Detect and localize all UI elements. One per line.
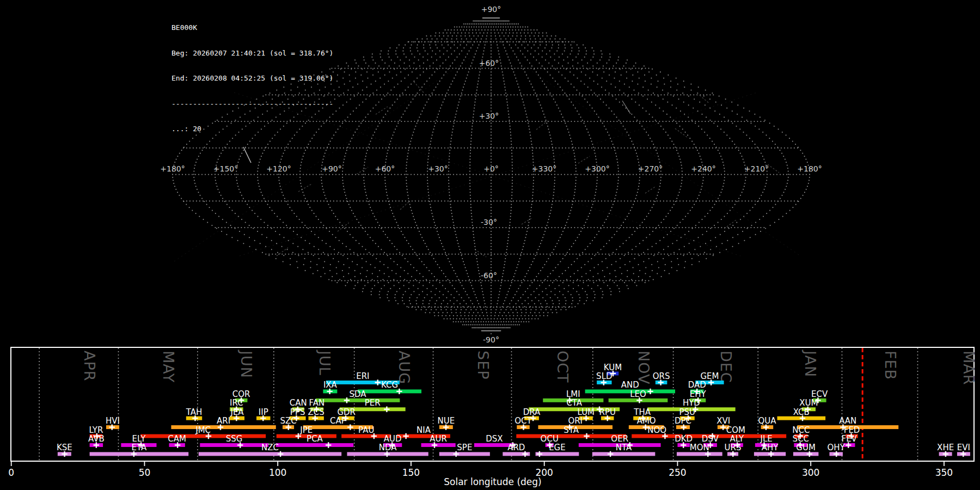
shower-code-label: PSU — [679, 407, 696, 417]
shower-code-label: COR — [232, 389, 250, 399]
x-axis: 050100150200250300350Solar longitude (de… — [8, 461, 953, 487]
month-label: AUG — [396, 351, 413, 384]
shower-XHE: XHE — [937, 443, 954, 457]
shower-code-label: GDR — [337, 407, 356, 417]
shower-code-label: HVI — [106, 416, 120, 426]
peak-cross — [326, 442, 331, 448]
axis-tick-label: 350 — [935, 467, 953, 478]
shower-EGE: EGE — [536, 443, 579, 457]
shower-code-label: THA — [633, 407, 651, 417]
shower-code-label: CTA — [566, 398, 582, 408]
shower-code-label: ECV — [811, 389, 828, 399]
shower-IIP: IIP — [256, 407, 270, 421]
shower-SZC: SZC — [280, 416, 296, 430]
shower-code-label: OER — [611, 434, 628, 444]
axis-tick-label: 0 — [8, 467, 14, 478]
activity-bar — [171, 425, 275, 429]
shower-EVI: EVI — [957, 443, 970, 457]
month-label: SEP — [475, 351, 492, 379]
activity-bar — [439, 452, 490, 456]
month-label: NOV — [635, 351, 652, 384]
shower-code-label: LYR — [89, 425, 103, 435]
activity-bar — [90, 452, 189, 456]
shower-code-label: ERI — [356, 371, 369, 381]
peak-cross — [375, 379, 381, 385]
shower-OCT: OCT — [514, 416, 532, 430]
activity-bar — [316, 399, 400, 402]
shower-code-label: NIA — [416, 425, 431, 435]
month-label: MAY — [160, 351, 177, 383]
peak-cross — [584, 433, 589, 439]
shower-code-label: XUM — [799, 398, 818, 408]
shower-code-label: IRC — [230, 398, 243, 408]
shower-code-label: AUR — [430, 434, 447, 444]
peak-cross — [608, 451, 613, 457]
axis-tick-label: 50 — [139, 467, 151, 478]
month-label: DEC — [718, 351, 734, 383]
shower-code-label: GEM — [700, 371, 719, 381]
shower-NUE: NUE — [437, 416, 455, 430]
activity-bar — [276, 443, 353, 447]
shower-ORS: ORS — [653, 371, 670, 385]
shower-TAH: TAH — [186, 407, 203, 421]
shower-IXA: IXA — [323, 380, 337, 394]
shower-code-label: NDA — [379, 443, 397, 452]
activity-bar — [199, 452, 341, 456]
shower-code-label: AHY — [762, 443, 779, 452]
shower-code-label: XCB — [793, 407, 810, 417]
shower-QUA: QUA — [758, 416, 776, 430]
shower-XCB: XCB — [777, 407, 826, 421]
shower-code-label: ARI — [217, 416, 230, 426]
shower-code-label: DRA — [523, 407, 541, 417]
shower-code-label: NOO — [647, 425, 666, 435]
month-label: MAR — [960, 351, 977, 385]
shower-CAM: CAM — [168, 434, 186, 448]
shower-code-label: JPE — [299, 425, 313, 435]
shower-KSE: KSE — [57, 443, 72, 457]
activity-bar — [140, 434, 266, 438]
shower-DPC: DPC — [675, 416, 691, 430]
shower-code-label: DSX — [486, 434, 503, 444]
axis-tick-label: 250 — [669, 467, 686, 478]
shower-code-label: ARD — [507, 443, 525, 452]
shower-ZCS: ZCS — [308, 407, 324, 421]
month-label: JAN — [802, 350, 819, 377]
activity-bar — [200, 443, 268, 447]
shower-HVI: HVI — [106, 416, 120, 430]
activity-bar — [358, 389, 421, 393]
shower-code-label: PAU — [358, 425, 374, 435]
peak-cross — [347, 424, 353, 430]
begin-time: Beg: 20260207 21:40:21 (sol = 318.76°) — [171, 49, 333, 58]
shower-code-label: DPC — [675, 416, 691, 426]
shower-OHY: OHY — [828, 443, 846, 457]
x-axis-title: Solar longitude (deg) — [444, 476, 542, 487]
shower-code-label: SCC — [793, 434, 809, 444]
activity-bar — [592, 452, 656, 456]
shower-code-label: ELY — [132, 434, 146, 444]
shower-code-label: NCC — [792, 425, 810, 435]
separator-line: -------------------------------------- — [171, 100, 333, 108]
shower-JEA: JEA — [230, 407, 244, 421]
peak-cross — [403, 433, 408, 439]
shower-code-label: HYD — [683, 398, 700, 408]
shower-code-label: LEO — [630, 389, 646, 399]
shower-GUM: GUM — [793, 443, 819, 457]
peak-cross — [647, 389, 653, 394]
shower-code-label: STA — [564, 425, 579, 435]
shower-code-label: MON — [690, 443, 709, 452]
shower-code-label: FAN — [309, 398, 325, 408]
shower-code-label: AAN — [839, 416, 856, 426]
shower-code-label: GUM — [796, 443, 816, 452]
shower-code-label: TAH — [186, 407, 203, 417]
meteor-count: ...: 20 — [171, 125, 333, 133]
shower-code-label: LMI — [566, 389, 580, 399]
shower-code-label: KCG — [381, 380, 398, 390]
station-code: BE000K — [171, 23, 333, 32]
shower-code-label: CAP — [330, 416, 346, 426]
shower-code-label: NTA — [616, 443, 632, 452]
shower-code-label: JLE — [760, 434, 773, 444]
shower-code-label: PCA — [307, 434, 323, 444]
row-plum: KSEETANZCNDASPEARDEGENTAMONURSAHYGUMOHYX… — [57, 443, 970, 457]
shower-SLD: SLD — [596, 371, 612, 385]
month-label: OCT — [554, 351, 571, 383]
